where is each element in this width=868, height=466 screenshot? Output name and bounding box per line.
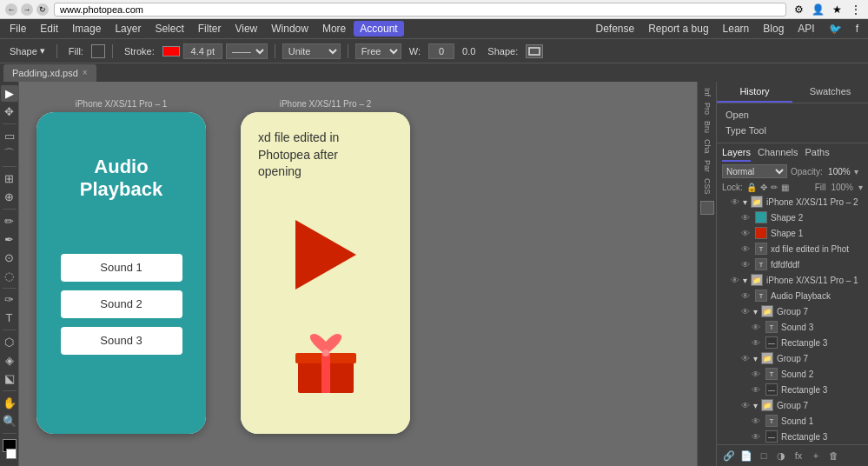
menu-view[interactable]: View [229,21,263,37]
active-tab[interactable]: Padding.xd.psd × [3,64,96,82]
eye-icon-fd[interactable]: 👁 [741,260,752,270]
facebook-icon[interactable]: f [850,21,865,37]
tool-lasso[interactable]: ⌒ [1,146,18,163]
menu-filter[interactable]: Filter [192,21,228,37]
tab-swatches[interactable]: Swatches [792,82,868,103]
layer-sound3[interactable]: 👁 T Sound 3 [717,319,868,335]
account-icon[interactable]: 👤 [811,3,825,17]
eye-icon-ip1[interactable]: 👁 [731,276,741,285]
history-item-type1[interactable]: Type Tool [717,123,868,138]
fx-icon[interactable]: fx [792,449,805,463]
bru-label[interactable]: Bru [703,118,712,136]
fill-swatch[interactable] [91,44,105,58]
expand-g7b[interactable]: ▾ [753,354,758,363]
image-preview-icon[interactable] [700,201,714,215]
unite-select[interactable]: Unite Subtract [282,43,341,59]
tab-layers[interactable]: Layers [722,147,751,162]
layer-audio-playback[interactable]: 👁 T Audio Playback [717,288,868,303]
menu-api[interactable]: API [792,21,820,37]
link-icon[interactable]: 🔗 [722,449,736,463]
eye-icon-s3[interactable]: 👁 [752,323,762,332]
tab-close-button[interactable]: × [83,68,88,77]
sound2-button[interactable]: Sound 2 [61,290,182,318]
tool-heal[interactable]: ✒ [1,231,18,248]
stroke-type-select[interactable]: —— - - - [226,43,268,59]
menu-account[interactable]: Account [354,21,403,37]
menu-more[interactable]: More [316,21,352,37]
new-layer-icon[interactable]: + [809,449,823,463]
menu-layer[interactable]: Layer [109,21,147,37]
par-label[interactable]: Par [703,157,712,175]
tool-eyedropper[interactable]: ⊕ [1,189,18,205]
refresh-button[interactable]: ↻ [36,3,49,16]
blend-mode-select[interactable]: Normal Multiply Screen [722,164,787,178]
stroke-value-input[interactable] [183,43,222,59]
tab-channels[interactable]: Channels [758,147,798,162]
tool-type[interactable]: T [1,310,18,326]
layer-shape2[interactable]: 👁 Shape 2 [717,210,868,225]
back-button[interactable]: ← [5,3,17,16]
tool-crop[interactable]: ⊞ [1,170,18,187]
background-color[interactable] [6,449,17,458]
tab-history[interactable]: History [717,82,792,103]
mask-icon[interactable]: ◑ [774,449,788,463]
layer-iphone1-group[interactable]: 👁 ▾ 📁 iPhone X/XS/11 Pro – 1 [717,272,868,288]
menu-learn[interactable]: Learn [717,21,756,37]
eye-icon-s2t[interactable]: 👁 [752,369,762,379]
layer-sound1[interactable]: 👁 T Sound 1 [717,413,868,429]
eye-icon-r3c[interactable]: 👁 [752,432,762,442]
layer-xdtext[interactable]: 👁 T xd file edited in Phot [717,241,868,256]
forward-button[interactable]: → [21,3,33,16]
tool-gradient[interactable]: ◈ [1,352,18,369]
tab-paths[interactable]: Paths [805,147,830,162]
eye-icon-s1t[interactable]: 👁 [752,416,762,426]
layer-rect3a[interactable]: 👁 — Rectangle 3 [717,335,868,350]
info-label[interactable]: Inf [703,85,712,99]
tool-pen[interactable]: ✑ [1,292,18,309]
history-item-open[interactable]: Open [717,107,868,123]
menu-select[interactable]: Select [149,21,189,37]
eye-icon-r3b[interactable]: 👁 [752,385,762,395]
twitter-icon[interactable]: 🐦 [823,21,848,37]
menu-defense[interactable]: Defense [589,21,640,37]
menu-image[interactable]: Image [66,21,107,37]
tool-brush[interactable]: ✏ [1,213,18,230]
eye-icon-g7c[interactable]: 👁 [741,401,752,410]
tool-hand[interactable]: ✋ [1,395,18,411]
tool-rect[interactable]: ▭ [1,128,18,144]
toolbar-shape[interactable]: Shape ▾ [5,43,50,58]
layer-rect3c[interactable]: 👁 — Rectangle 3 [717,429,868,444]
pro-label[interactable]: Pro [703,100,712,117]
star-icon[interactable]: ★ [830,3,844,17]
layer-group7c[interactable]: 👁 ▾ 📁 Group 7 [717,397,868,413]
tool-move[interactable]: ✥ [1,103,18,120]
lock-icon[interactable]: 🔒 [746,183,757,192]
expand-g7a[interactable]: ▾ [753,307,758,316]
tool-clone[interactable]: ⊙ [1,250,18,266]
lock-move-icon[interactable]: ✥ [760,183,767,192]
eye-icon[interactable]: 👁 [731,197,741,207]
css-label[interactable]: CSS [703,176,712,197]
eye-icon-r3a[interactable]: 👁 [752,338,762,348]
address-bar[interactable]: www.photopea.com [54,3,786,17]
sound1-button[interactable]: Sound 1 [61,254,182,282]
eye-icon-s2[interactable]: 👁 [741,213,752,223]
group-icon[interactable]: □ [757,449,771,463]
expand-icon-ip1[interactable]: ▾ [743,276,747,285]
delete-layer-icon[interactable]: 🗑 [826,449,840,463]
lock-pixel-icon[interactable]: ▦ [781,183,789,192]
cha-label[interactable]: Cha [703,136,712,156]
tool-zoom[interactable]: 🔍 [1,413,18,429]
layer-fdfd[interactable]: 👁 T fdfdfddf [717,256,868,272]
menu-edit[interactable]: Edit [34,21,64,37]
expand-g7c[interactable]: ▾ [753,401,758,410]
eye-icon-ap[interactable]: 👁 [741,291,752,301]
shape-preview[interactable] [526,44,543,58]
expand-icon[interactable]: ▾ [743,197,747,207]
tool-blur[interactable]: ◌ [1,268,18,284]
layer-iphone2-group[interactable]: 👁 ▾ 📁 iPhone X/XS/11 Pro – 2 [717,194,868,210]
lock-art-icon[interactable]: ✏ [771,183,778,192]
sound3-button[interactable]: Sound 3 [61,327,182,355]
menu-dots-icon[interactable]: ⋮ [849,3,863,17]
tool-bucket[interactable]: ⬕ [1,370,18,387]
